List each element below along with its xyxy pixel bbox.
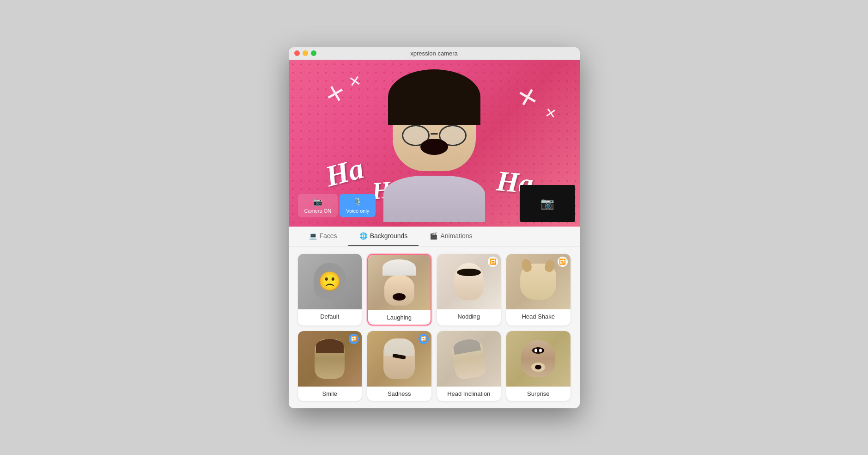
beethoven-hair: [384, 338, 414, 356]
person-in-camera: [365, 69, 504, 217]
camera-controls: 📷 Camera ON 🎙️ Voice only: [298, 194, 376, 217]
app-title: xpression camera: [410, 50, 458, 57]
camera-on-label: Camera ON: [304, 208, 332, 214]
face-label-nodding: Nodding: [437, 309, 501, 324]
face-card-surprise[interactable]: Surprise: [506, 331, 571, 401]
headinc-face: [450, 337, 488, 381]
close-button[interactable]: [294, 50, 300, 56]
tabs-bar: 💻 Faces 🌐 Backgrounds 🎬 Animations: [289, 227, 580, 246]
monkey-mouth: [535, 365, 541, 369]
face-label-surprise: Surprise: [506, 387, 571, 401]
faces-tab-icon: 💻: [309, 232, 317, 240]
nodding-hair: [457, 269, 481, 276]
face-card-default[interactable]: 🙁 Default: [298, 254, 362, 326]
animations-tab-icon: 🎬: [430, 232, 437, 240]
face-thumb-laughing: [368, 255, 431, 310]
decoration-x4: [544, 105, 558, 121]
decoration-x2: [347, 73, 362, 89]
default-face-icon: 🙁: [318, 271, 341, 292]
window-controls: [294, 50, 316, 56]
bach-face: [384, 276, 414, 306]
tab-faces[interactable]: 💻 Faces: [298, 227, 348, 246]
person-hair: [388, 69, 480, 125]
black-preview: 📷: [520, 185, 575, 222]
face-card-smile[interactable]: 🔁 Smile: [298, 331, 362, 401]
face-card-headinclination[interactable]: Head Inclination: [437, 331, 501, 401]
tab-faces-label: Faces: [320, 232, 337, 240]
open-mouth: [420, 139, 448, 155]
laughing-mouth: [393, 293, 406, 301]
face-thumb-smile: 🔁: [298, 331, 362, 387]
smile-repeat-badge: 🔁: [349, 334, 359, 344]
tab-backgrounds-label: Backgrounds: [370, 232, 408, 240]
mona-face: [315, 339, 345, 379]
camera-view: Ha Ha Ha 📷 Camera ON 🎙️ Voice only 📷: [289, 60, 580, 227]
maximize-button[interactable]: [311, 50, 316, 56]
face-label-default: Default: [298, 309, 362, 324]
face-label-sadness: Sadness: [367, 387, 431, 401]
headinc-hair: [452, 337, 481, 355]
face-thumb-headshake: 🔁: [506, 254, 571, 309]
face-label-smile: Smile: [298, 387, 362, 401]
face-thumb-default: 🙁: [298, 254, 362, 309]
tab-backgrounds[interactable]: 🌐 Backgrounds: [348, 227, 419, 246]
backgrounds-tab-icon: 🌐: [359, 232, 367, 240]
glass-bridge: [431, 133, 438, 135]
nodding-repeat-badge: 🔁: [488, 257, 498, 267]
nodding-face: [454, 263, 484, 300]
face-thumb-surprise: [506, 331, 571, 387]
face-thumb-headinclination: [437, 331, 501, 387]
dog-ear-right: [544, 258, 556, 272]
tab-animations[interactable]: 🎬 Animations: [419, 227, 483, 246]
mic-icon: 🎙️: [353, 197, 362, 206]
face-label-headshake: Head Shake: [506, 309, 571, 324]
face-thumb-nodding: 🔁: [437, 254, 501, 309]
decoration-x1: [323, 81, 346, 107]
monkey-muzzle: [531, 363, 545, 372]
monkey-eyes: [532, 347, 544, 354]
camera-icon: 📷: [313, 197, 322, 206]
faces-grid: 🙁 Default Laughing 🔁: [289, 246, 580, 408]
headshake-dog: [520, 264, 556, 300]
face-thumb-sadness: 🔁: [367, 331, 431, 387]
camera-off-icon: 📷: [540, 197, 554, 210]
title-bar: xpression camera: [289, 47, 580, 60]
camera-on-button[interactable]: 📷 Camera ON: [298, 194, 338, 217]
monkey-face: [521, 340, 555, 377]
face-label-laughing: Laughing: [368, 310, 431, 325]
face-card-headshake[interactable]: 🔁 Head Shake: [506, 254, 571, 326]
face-label-headinclination: Head Inclination: [437, 387, 501, 401]
minimize-button[interactable]: [303, 50, 308, 56]
headshake-repeat-badge: 🔁: [558, 257, 568, 267]
bach-wig: [382, 259, 416, 276]
sadness-repeat-badge: 🔁: [419, 334, 429, 344]
tab-animations-label: Animations: [440, 232, 472, 240]
face-card-nodding[interactable]: 🔁 Nodding: [437, 254, 501, 326]
person-body: [383, 176, 485, 222]
decoration-x3: [515, 83, 541, 112]
ha-text-1: Ha: [322, 151, 367, 194]
dog-ear-left: [521, 258, 533, 272]
app-window: xpression camera Ha Ha Ha: [289, 47, 580, 408]
face-card-sadness[interactable]: 🔁 Sadness: [367, 331, 431, 401]
beethoven-face: [383, 338, 415, 379]
mona-hair: [316, 339, 344, 353]
face-card-laughing[interactable]: Laughing: [367, 254, 431, 326]
